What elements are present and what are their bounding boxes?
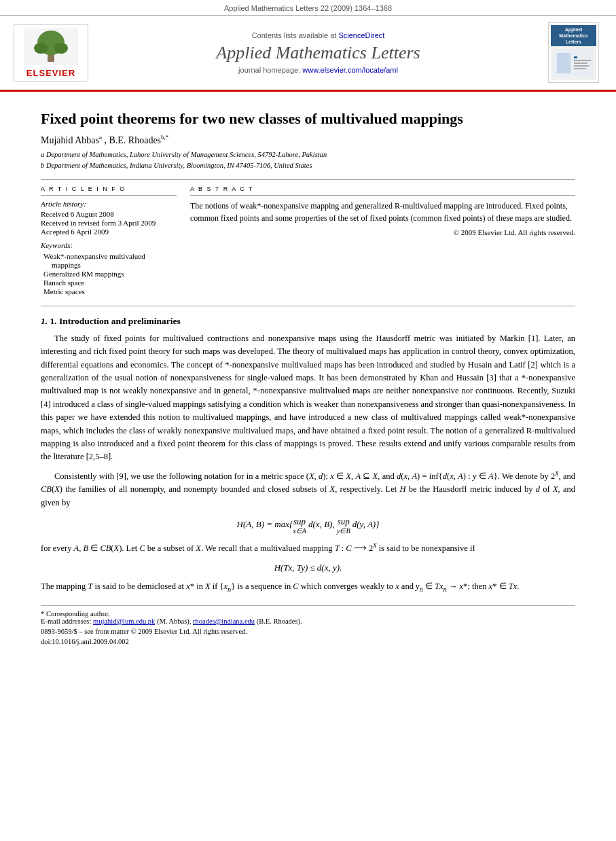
equation-1: H(A, B) = max{ sup x∈A d(x, B), sup y∈B … bbox=[41, 516, 575, 535]
svg-point-5 bbox=[49, 57, 53, 61]
affil-a: a Department of Mathematics, Lahore Univ… bbox=[41, 149, 575, 160]
abstract-text: The notions of weak*-nonexpansive mappin… bbox=[190, 200, 575, 224]
section-1-paragraph-1: The study of fixed points for multivalue… bbox=[41, 332, 575, 464]
section-1-title: 1. Introduction and preliminaries bbox=[50, 316, 181, 326]
journal-header: ELSEVIER Contents lists available at Sci… bbox=[0, 16, 616, 92]
journal-citation-header: Applied Mathematics Letters 22 (2009) 13… bbox=[0, 0, 616, 16]
elsevier-logo: ELSEVIER bbox=[14, 24, 88, 82]
email-link-1[interactable]: mujahid@lum.edu.pk bbox=[93, 618, 155, 625]
main-content: Fixed point theorems for two new classes… bbox=[0, 92, 616, 655]
affil-b: b Department of Mathematics, Indiana Uni… bbox=[41, 160, 575, 171]
svg-rect-9 bbox=[574, 60, 591, 61]
body-divider bbox=[41, 306, 575, 306]
journal-citation-text: Applied Mathematics Letters 22 (2009) 13… bbox=[224, 4, 392, 12]
email-link-2[interactable]: rhoades@indiana.edu bbox=[193, 618, 255, 625]
author1-name: Mujahid Abbas bbox=[41, 135, 99, 145]
accepted-date: Accepted 6 April 2009 bbox=[41, 228, 177, 236]
article-info-label: A R T I C L E I N F O bbox=[41, 185, 177, 192]
homepage-url-text: www.elsevier.com/locate/aml bbox=[302, 66, 398, 74]
elsevier-tree-icon bbox=[24, 28, 78, 65]
journal-thumbnail: AppliedMathematicsLetters bbox=[548, 22, 599, 83]
keywords-label: Keywords: bbox=[41, 241, 177, 249]
issn-line: 0893-9659/$ – see front matter © 2009 El… bbox=[41, 628, 575, 635]
article-info-column: A R T I C L E I N F O Article history: R… bbox=[41, 185, 177, 296]
equation-2-content: H(Tx, Ty) ≤ d(x, y). bbox=[274, 562, 342, 573]
elsevier-brand-text: ELSEVIER bbox=[17, 68, 85, 78]
svg-rect-11 bbox=[574, 65, 589, 67]
author2-sup: b,* bbox=[161, 134, 168, 141]
abstract-divider bbox=[190, 195, 575, 196]
abstract-column: A B S T R A C T The notions of weak*-non… bbox=[190, 185, 575, 296]
svg-rect-8 bbox=[574, 56, 577, 58]
logo-box: ELSEVIER bbox=[14, 24, 88, 82]
affiliations: a Department of Mathematics, Lahore Univ… bbox=[41, 149, 575, 171]
svg-rect-10 bbox=[574, 62, 587, 64]
copyright-line: © 2009 Elsevier Ltd. All rights reserved… bbox=[190, 228, 575, 236]
thumb-image-icon bbox=[554, 50, 594, 77]
homepage-label: journal homepage: bbox=[238, 66, 300, 74]
paper-title: Fixed point theorems for two new classes… bbox=[41, 109, 575, 128]
section-1-paragraph-4: The mapping T is said to be demiclosed a… bbox=[41, 580, 575, 595]
section-1: 1. 1. Introduction and preliminaries The… bbox=[41, 316, 575, 594]
sciencedirect-link[interactable]: ScienceDirect bbox=[338, 31, 384, 39]
author1-sup: a bbox=[99, 134, 102, 141]
homepage-url[interactable]: www.elsevier.com/locate/aml bbox=[302, 66, 398, 74]
keyword-1b: mappings bbox=[52, 261, 177, 269]
svg-rect-7 bbox=[557, 53, 570, 73]
section-1-heading: 1. 1. Introduction and preliminaries bbox=[41, 316, 575, 327]
article-info-abstract-section: A R T I C L E I N F O Article history: R… bbox=[41, 185, 575, 296]
keyword-1: Weak*-nonexpansive multivalued bbox=[43, 252, 177, 260]
journal-title: Applied Mathematics Letters bbox=[88, 42, 548, 63]
keyword-2: Generalized RM mappings bbox=[43, 270, 177, 278]
email-label-text: E-mail addresses: bbox=[41, 618, 93, 625]
consistently-text: Consistently with [9], we use the follow… bbox=[41, 471, 575, 507]
contents-line: Contents lists available at ScienceDirec… bbox=[88, 31, 548, 39]
corresponding-author-note: * Corresponding author. bbox=[41, 610, 575, 618]
section-1-paragraph-3: for every A, B ∈ CB(X). Let C be a subse… bbox=[41, 541, 575, 556]
received-date: Received 6 August 2008 bbox=[41, 210, 177, 218]
svg-point-4 bbox=[54, 43, 68, 54]
author1-parens: (M. Abbas), bbox=[157, 618, 193, 625]
header-divider bbox=[41, 179, 575, 180]
section-1-paragraph-2: Consistently with [9], we use the follow… bbox=[41, 469, 575, 509]
journal-center: Contents lists available at ScienceDirec… bbox=[88, 31, 548, 74]
journal-right-thumbnail: AppliedMathematicsLetters bbox=[548, 22, 602, 83]
revised-date: Received in revised form 3 April 2009 bbox=[41, 219, 177, 227]
keyword-3: Banach space bbox=[43, 279, 177, 287]
history-label: Article history: bbox=[41, 200, 177, 208]
author2-name: , B.E. Rhoades bbox=[104, 135, 161, 145]
article-info-divider bbox=[41, 195, 177, 196]
abstract-label: A B S T R A C T bbox=[190, 185, 575, 192]
authors-line: Mujahid Abbasa , B.E. Rhoadesb,* bbox=[41, 134, 575, 146]
svg-rect-12 bbox=[574, 68, 586, 69]
sciencedirect-text: ScienceDirect bbox=[338, 31, 384, 39]
email-line: E-mail addresses: mujahid@lum.edu.pk (M.… bbox=[41, 618, 575, 625]
keyword-4: Metric spaces bbox=[43, 287, 177, 296]
equation-1-content: H(A, B) = max{ sup x∈A d(x, B), sup y∈B … bbox=[237, 516, 380, 535]
contents-label: Contents lists available at bbox=[252, 31, 337, 39]
doi-line: doi:10.1016/j.aml.2009.04.002 bbox=[41, 638, 575, 645]
thumb-body bbox=[551, 46, 596, 80]
footnote-section: * Corresponding author. E-mail addresses… bbox=[41, 605, 575, 645]
svg-point-3 bbox=[34, 43, 48, 54]
homepage-line: journal homepage: www.elsevier.com/locat… bbox=[88, 66, 548, 74]
section-1-number: 1. bbox=[41, 316, 50, 326]
author2-parens: (B.E. Rhoades). bbox=[257, 618, 302, 625]
equation-2: H(Tx, Ty) ≤ d(x, y). bbox=[41, 562, 575, 573]
thumb-title-text: AppliedMathematicsLetters bbox=[551, 25, 596, 46]
